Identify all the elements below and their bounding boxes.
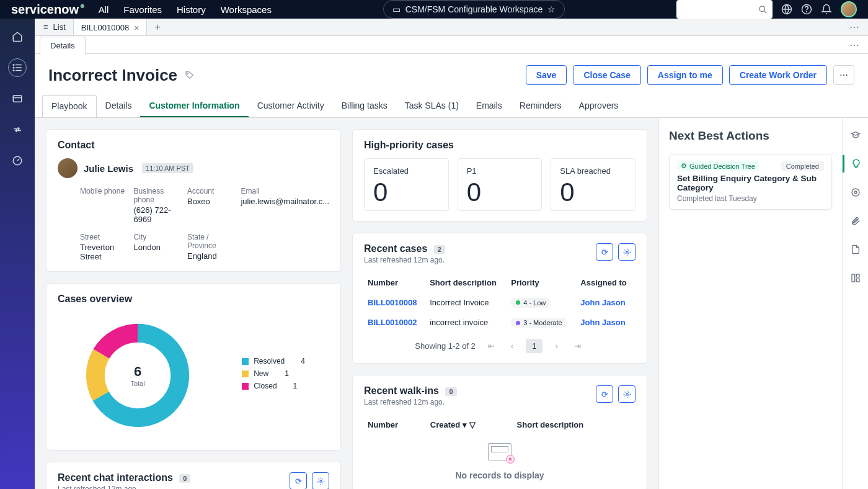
tab-record-label: BILL0010008: [81, 23, 129, 32]
action-tag: ⚙Guided Decision Tree: [677, 161, 759, 171]
tag-icon[interactable]: [185, 70, 195, 80]
user-avatar[interactable]: [841, 1, 857, 17]
close-case-button[interactable]: Close Case: [573, 65, 640, 85]
close-icon[interactable]: ×: [134, 23, 139, 33]
bell-icon[interactable]: [821, 4, 832, 15]
search-input[interactable]: [676, 0, 773, 19]
tab-reminders[interactable]: Reminders: [511, 95, 570, 117]
action-card[interactable]: ⚙Guided Decision Tree Completed Set Bill…: [669, 154, 832, 210]
tab-customer-info[interactable]: Customer Information: [140, 95, 248, 117]
walkins-col-number[interactable]: Number: [364, 415, 427, 434]
list-icon[interactable]: [8, 58, 27, 77]
col-priority[interactable]: Priority: [507, 273, 577, 292]
star-icon[interactable]: ☆: [547, 4, 556, 14]
cases-overview-card: Cases overview 6: [46, 283, 341, 451]
hpc-title: High-priority cases: [364, 140, 636, 151]
tab-list-label: List: [53, 22, 66, 32]
table-row[interactable]: BILL0010008 Incorrect Invoice 4 - Low Jo…: [364, 292, 636, 313]
refresh-button[interactable]: ⟳: [290, 472, 307, 489]
city-label: City: [133, 233, 180, 241]
tab-approvers[interactable]: Approvers: [570, 95, 627, 117]
svg-point-14: [187, 73, 188, 74]
tab-record[interactable]: BILL0010008 ×: [74, 19, 148, 35]
help-icon[interactable]: [801, 4, 812, 15]
case-link[interactable]: BILL0010008: [368, 298, 417, 307]
hpc-escalated-value: 0: [373, 179, 440, 205]
dot-icon: [516, 321, 520, 325]
template-icon[interactable]: [847, 269, 864, 287]
nav-all[interactable]: All: [99, 4, 109, 15]
svg-point-0: [760, 6, 765, 11]
street-label: Street: [80, 233, 127, 241]
nav-workspaces[interactable]: Workspaces: [221, 4, 272, 15]
col-number[interactable]: Number: [364, 273, 426, 292]
table-row[interactable]: BILL0010002 incorrect invoice 3 - Modera…: [364, 313, 636, 333]
filter-icon[interactable]: ▽: [469, 420, 476, 429]
pager-prev-icon[interactable]: ‹: [507, 339, 517, 353]
case-link[interactable]: BILL0010002: [368, 318, 417, 327]
pager-last-icon[interactable]: ⇥: [570, 339, 585, 353]
nba-title: Next Best Actions: [669, 129, 832, 143]
walkins-count: 0: [445, 387, 456, 396]
chat-count-badge: 0: [179, 474, 190, 483]
education-icon[interactable]: [847, 127, 864, 144]
tabstrip-more-icon[interactable]: ⋯: [841, 19, 868, 35]
hpc-sla-value: 0: [560, 179, 626, 205]
pager-next-icon[interactable]: ›: [551, 339, 561, 353]
agent-assist-icon[interactable]: [847, 184, 864, 201]
save-button[interactable]: Save: [526, 65, 567, 85]
nav-favorites[interactable]: Favorites: [123, 4, 162, 15]
lightbulb-icon[interactable]: [843, 155, 868, 173]
case-desc: Incorrect Invoice: [426, 292, 507, 313]
walkins-title: Recent walk-ins: [364, 385, 439, 396]
refresh-button[interactable]: ⟳: [596, 385, 613, 403]
subtab-more-icon[interactable]: ⋯: [841, 36, 868, 53]
assign-button[interactable]: Assign to me: [647, 65, 723, 85]
col-desc[interactable]: Short description: [426, 273, 507, 292]
empty-text: No records to display: [455, 470, 544, 480]
record-tabs: Playbook Details Customer Information Cu…: [35, 95, 868, 118]
svg-point-22: [852, 189, 859, 196]
walkins-col-created[interactable]: Created ▾ ▽: [427, 415, 513, 434]
topnav-right: [676, 0, 857, 19]
document-icon[interactable]: [847, 241, 864, 258]
globe-icon[interactable]: [781, 4, 792, 15]
settings-button[interactable]: [618, 385, 636, 403]
refresh-button[interactable]: ⟳: [596, 243, 613, 261]
add-tab-button[interactable]: +: [147, 19, 167, 35]
col-assigned[interactable]: Assigned to: [577, 273, 636, 292]
dot-icon: [516, 300, 520, 305]
recent-cases-title: Recent cases: [364, 243, 427, 254]
tab-list[interactable]: ≡ List: [36, 19, 74, 35]
tab-customer-activity[interactable]: Customer Activity: [249, 95, 333, 117]
nav-history[interactable]: History: [177, 4, 206, 15]
mobile-label: Mobile phone: [80, 187, 127, 195]
assigned-link[interactable]: John Jason: [580, 318, 625, 327]
tab-task-slas[interactable]: Task SLAs (1): [396, 95, 467, 117]
tab-playbook[interactable]: Playbook: [42, 95, 97, 117]
tab-emails[interactable]: Emails: [467, 95, 511, 117]
hpc-escalated-label: Escalated: [373, 166, 440, 176]
subtab-details[interactable]: Details: [40, 37, 86, 54]
settings-button[interactable]: [312, 472, 329, 489]
svg-point-4: [807, 11, 807, 12]
workspace-pill[interactable]: ▭ CSM/FSM Configurable Workspace ☆: [383, 0, 565, 19]
dashboard-rail-icon[interactable]: [8, 151, 27, 170]
svg-line-1: [764, 11, 766, 13]
walkins-col-desc[interactable]: Short description: [513, 415, 636, 434]
empty-x-icon: ×: [506, 455, 515, 464]
svg-rect-24: [852, 274, 855, 282]
contact-name[interactable]: Julie Lewis: [84, 163, 133, 174]
attachment-icon[interactable]: [847, 212, 864, 230]
inbox-icon[interactable]: [8, 89, 27, 108]
create-work-order-button[interactable]: Create Work Order: [729, 65, 827, 85]
tab-details[interactable]: Details: [97, 95, 141, 117]
page-title: Incorrect Invoice: [48, 66, 177, 85]
more-actions-button[interactable]: ⋯: [833, 65, 854, 85]
dispatch-icon[interactable]: [8, 120, 27, 139]
home-icon[interactable]: [8, 27, 27, 46]
tab-billing-tasks[interactable]: Billing tasks: [333, 95, 396, 117]
settings-button[interactable]: [618, 243, 636, 261]
assigned-link[interactable]: John Jason: [580, 298, 625, 307]
pager-first-icon[interactable]: ⇤: [484, 339, 498, 353]
